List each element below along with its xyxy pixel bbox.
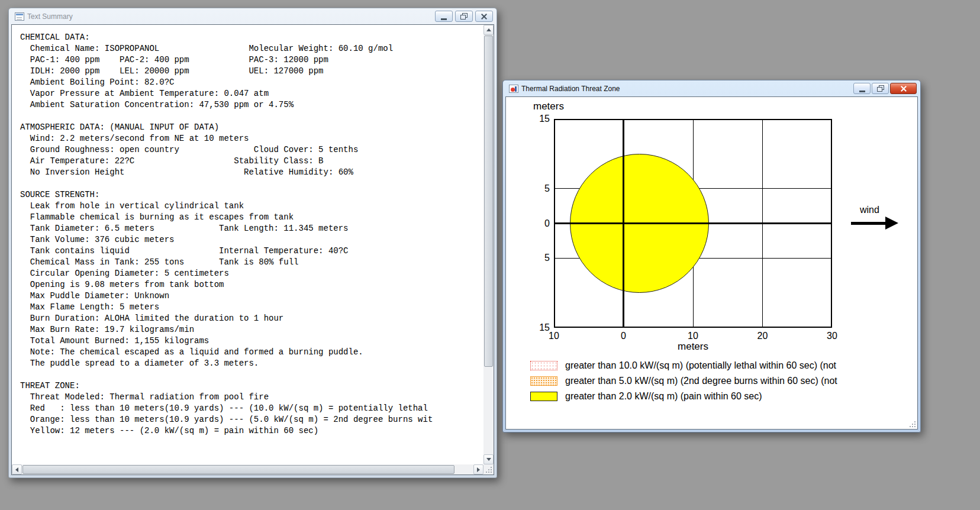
minimize-button[interactable]	[853, 83, 871, 94]
minimize-icon	[441, 18, 447, 20]
y-tick-label: 15	[528, 114, 550, 124]
arrow-left-icon	[15, 467, 18, 472]
text-summary-window-title: Text Summary	[27, 12, 73, 21]
arrow-right-icon	[477, 467, 480, 472]
legend-label: greater than 5.0 kW/(sq m) (2nd degree b…	[565, 376, 837, 386]
wind-arrow-shaft	[851, 222, 886, 225]
y-tick-label: 0	[528, 218, 550, 229]
legend-row: greater than 2.0 kW/(sq m) (pain within …	[530, 389, 837, 404]
legend-swatch-yellow-solid	[530, 392, 557, 401]
text-summary-titlebar[interactable]: Text Summary	[11, 8, 494, 24]
minimize-icon	[859, 91, 865, 92]
wind-arrow-head	[885, 217, 898, 230]
caption-buttons	[853, 83, 917, 94]
restore-button[interactable]	[455, 11, 473, 22]
desktop: { "desktop": { "background_color": "#9b9…	[0, 0, 980, 510]
minimize-button[interactable]	[435, 11, 453, 22]
text-summary-content: CHEMICAL DATA: Chemical Name: ISOPROPANO…	[11, 24, 494, 475]
horizontal-scroll-thumb[interactable]	[22, 465, 454, 474]
x-tick-label: 0	[613, 331, 634, 341]
text-summary-window: Text Summary CHEMICAL DATA: Chemical Nam…	[8, 8, 497, 478]
caption-buttons	[435, 11, 493, 22]
summary-text: CHEMICAL DATA: Chemical Name: ISOPROPANO…	[12, 25, 483, 464]
threat-zone-window-icon[interactable]	[509, 85, 518, 93]
arrow-down-icon	[486, 458, 491, 461]
scroll-down-button[interactable]	[483, 454, 494, 464]
resize-grip[interactable]	[907, 419, 917, 429]
wind-label: wind	[860, 205, 879, 215]
legend-label: greater than 2.0 kW/(sq m) (pain within …	[565, 391, 762, 402]
y-tick-label: 15	[528, 322, 550, 333]
arrow-up-icon	[486, 28, 491, 31]
threat-chart: meters meters wind greater than 10.0 kW/…	[506, 97, 917, 429]
threat-zone-window-title: Thermal Radiation Threat Zone	[521, 85, 620, 93]
close-button[interactable]	[890, 83, 917, 94]
vertical-scroll-thumb[interactable]	[484, 35, 493, 367]
threat-zone-content: meters meters wind greater than 10.0 kW/…	[505, 96, 918, 430]
x-tick-label: 30	[821, 331, 843, 341]
resize-grip[interactable]	[483, 464, 494, 475]
vertical-scrollbar[interactable]	[483, 25, 494, 464]
legend-row: greater than 10.0 kW/(sq m) (potentially…	[530, 358, 837, 373]
scroll-left-button[interactable]	[12, 464, 22, 475]
legend-row: greater than 5.0 kW/(sq m) (2nd degree b…	[530, 373, 837, 389]
y-axis-title: meters	[533, 101, 564, 112]
y-axis-line	[623, 119, 624, 328]
close-icon	[481, 13, 488, 20]
restore-button[interactable]	[872, 83, 889, 94]
threat-zone-window: Thermal Radiation Threat Zone meters met…	[502, 80, 921, 432]
close-icon	[900, 85, 907, 92]
scroll-right-button[interactable]	[473, 464, 483, 475]
restore-icon	[877, 85, 884, 92]
legend: greater than 10.0 kW/(sq m) (potentially…	[530, 358, 837, 404]
scroll-up-button[interactable]	[483, 25, 494, 35]
text-summary-window-icon[interactable]	[15, 12, 24, 21]
x-axis-title: meters	[663, 341, 723, 353]
close-button[interactable]	[475, 11, 493, 22]
y-tick-label: 5	[528, 253, 550, 263]
wind-arrow-icon	[851, 215, 901, 231]
y-tick-label: 5	[528, 183, 550, 194]
restore-icon	[460, 13, 468, 20]
legend-swatch-red-dotted	[530, 361, 557, 370]
legend-swatch-orange-dotted	[530, 376, 557, 386]
legend-label: greater than 10.0 kW/(sq m) (potentially…	[565, 360, 836, 371]
x-axis-line	[554, 222, 832, 224]
horizontal-scrollbar[interactable]	[12, 464, 483, 475]
x-tick-label: 20	[752, 331, 773, 341]
x-tick-label: 10	[682, 331, 704, 341]
threat-zone-titlebar[interactable]: Thermal Radiation Threat Zone	[505, 80, 918, 96]
